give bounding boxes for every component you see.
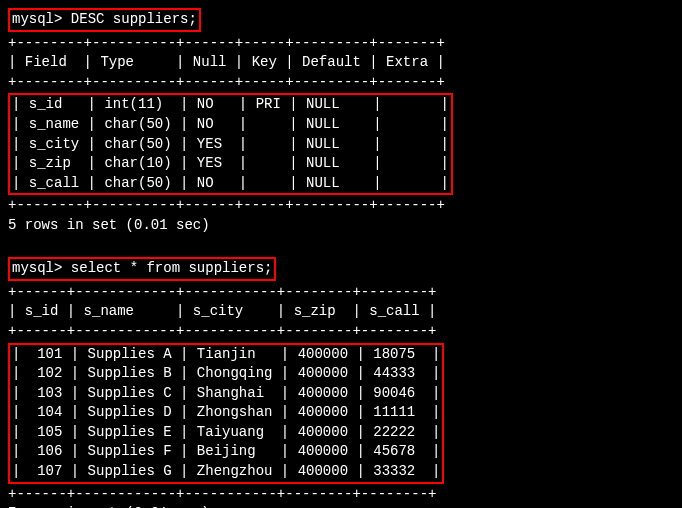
mysql-prompt: mysql>	[12, 11, 62, 27]
query-2-header: | s_id | s_name | s_city | s_zip | s_cal…	[8, 302, 674, 322]
query-1-sep-bot: +--------+----------+------+-----+------…	[8, 196, 674, 216]
table-row: | s_zip | char(10) | YES | | NULL | |	[12, 154, 449, 174]
query-1-rows-highlight: | s_id | int(11) | NO | PRI | NULL | | |…	[8, 93, 453, 195]
table-row: | 103 | Supplies C | Shanghai | 400000 |…	[12, 384, 440, 404]
query-2-block: mysql> select * from suppliers; +------+…	[8, 257, 674, 508]
query-1-prompt-highlight: mysql> DESC suppliers;	[8, 8, 201, 32]
query-1-sep-top: +--------+----------+------+-----+------…	[8, 34, 674, 54]
query-1-header: | Field | Type | Null | Key | Default | …	[8, 53, 674, 73]
table-row: | 101 | Supplies A | Tianjin | 400000 | …	[12, 345, 440, 365]
table-row: | 105 | Supplies E | Taiyuang | 400000 |…	[12, 423, 440, 443]
query-1-footer: 5 rows in set (0.01 sec)	[8, 216, 674, 236]
table-row: | s_call | char(50) | NO | | NULL | |	[12, 174, 449, 194]
query-1-sep-mid: +--------+----------+------+-----+------…	[8, 73, 674, 93]
query-2-rows-highlight: | 101 | Supplies A | Tianjin | 400000 | …	[8, 343, 444, 484]
query-2-prompt-highlight: mysql> select * from suppliers;	[8, 257, 276, 281]
table-row: | 106 | Supplies F | Beijing | 400000 | …	[12, 442, 440, 462]
table-row: | 104 | Supplies D | Zhongshan | 400000 …	[12, 403, 440, 423]
table-row: | s_name | char(50) | NO | | NULL | |	[12, 115, 449, 135]
query-2-command[interactable]: select * from suppliers;	[71, 260, 273, 276]
mysql-prompt: mysql>	[12, 260, 62, 276]
query-1-command[interactable]: DESC suppliers;	[71, 11, 197, 27]
table-row: | 102 | Supplies B | Chongqing | 400000 …	[12, 364, 440, 384]
query-2-sep-bot: +------+------------+-----------+-------…	[8, 485, 674, 505]
query-1-block: mysql> DESC suppliers; +--------+-------…	[8, 8, 674, 236]
table-row: | s_id | int(11) | NO | PRI | NULL | |	[12, 95, 449, 115]
query-2-footer: 7 rows in set (0.01 sec)	[8, 504, 674, 508]
query-2-sep-top: +------+------------+-----------+-------…	[8, 283, 674, 303]
table-row: | 107 | Supplies G | Zhengzhou | 400000 …	[12, 462, 440, 482]
query-2-sep-mid: +------+------------+-----------+-------…	[8, 322, 674, 342]
table-row: | s_city | char(50) | YES | | NULL | |	[12, 135, 449, 155]
